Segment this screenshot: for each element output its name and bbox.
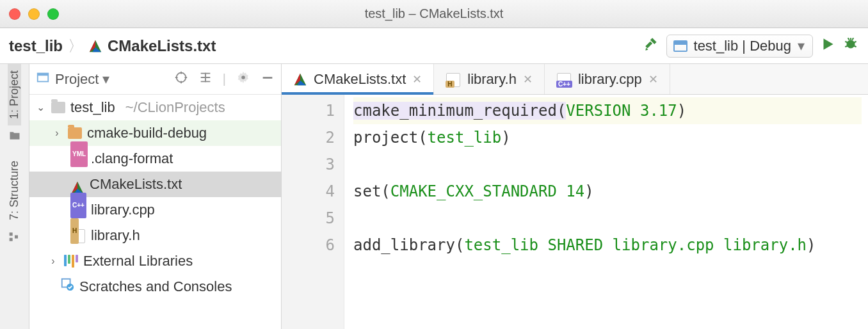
structure-icon — [8, 230, 21, 246]
tab-library-cpp[interactable]: C++ library.cpp ✕ — [545, 64, 670, 94]
tree-item-cmakelists[interactable]: CMakeLists.txt — [29, 172, 281, 197]
tree-item-clang-format[interactable]: YML .clang-format — [29, 146, 281, 172]
close-tab-button[interactable]: ✕ — [648, 72, 658, 86]
tree-item-label: library.cpp — [91, 197, 155, 223]
chevron-down-icon: ▾ — [102, 71, 109, 88]
tree-item-library-h[interactable]: H library.h — [29, 223, 281, 248]
line-number: 4 — [282, 178, 335, 205]
line-number: 6 — [282, 232, 335, 259]
tree-item-label: CMakeLists.txt — [90, 172, 182, 197]
project-view-label: Project — [55, 71, 99, 88]
folder-icon — [51, 102, 65, 113]
tree-item-label: library.h — [91, 223, 140, 248]
tree-root[interactable]: ⌄ test_lib ~/CLionProjects — [29, 95, 281, 120]
breadcrumb-file-label: CMakeLists.txt — [108, 37, 216, 55]
breadcrumb: test_lib 〉 CMakeLists.txt — [9, 36, 216, 56]
build-button[interactable] — [643, 36, 660, 56]
line-number: 5 — [282, 205, 335, 232]
breadcrumb-project-label: test_lib — [9, 37, 63, 55]
svg-rect-11 — [263, 77, 273, 79]
tab-library-h[interactable]: H library.h ✕ — [434, 64, 545, 94]
line-number: 3 — [282, 151, 335, 178]
breadcrumb-separator-icon: 〉 — [68, 36, 83, 56]
tree-root-path: ~/CLionProjects — [125, 95, 225, 120]
cpp-file-icon: C++ — [70, 202, 86, 218]
gutter: 1 2 3 4 5 6 — [282, 95, 344, 329]
project-view-icon — [36, 70, 50, 88]
window-title: test_lib – CMakeLists.txt — [0, 6, 868, 21]
tool-tab-structure[interactable]: 7: Structure — [8, 154, 21, 227]
tab-label: library.h — [467, 71, 517, 88]
svg-rect-8 — [38, 74, 49, 76]
svg-rect-5 — [9, 238, 12, 241]
tree-item-label: Scratches and Consoles — [79, 274, 232, 300]
window-controls — [9, 8, 59, 20]
chevron-down-icon: ▾ — [798, 38, 805, 54]
locate-button[interactable] — [174, 70, 188, 88]
svg-rect-4 — [9, 232, 12, 236]
tab-label: CMakeLists.txt — [314, 71, 406, 88]
code-content[interactable]: cmake_minimum_required(VERSION 3.17)proj… — [344, 95, 868, 329]
run-config-label: test_lib | Debug — [694, 38, 791, 54]
left-tool-strip: 1: Project 7: Structure — [0, 64, 29, 329]
breadcrumb-file[interactable]: CMakeLists.txt — [88, 37, 216, 55]
project-view-selector[interactable]: Project ▾ — [55, 71, 109, 88]
chevron-down-icon[interactable]: ⌄ — [35, 95, 46, 120]
line-number: 2 — [282, 124, 335, 151]
editor-area: CMakeLists.txt ✕ H library.h ✕ C++ libra… — [282, 64, 868, 329]
application-icon — [673, 40, 687, 52]
minimize-window-button[interactable] — [28, 8, 40, 20]
settings-button[interactable] — [236, 70, 250, 88]
close-window-button[interactable] — [9, 8, 20, 20]
tool-tab-project-label: 1: Project — [8, 70, 21, 119]
project-tree[interactable]: ⌄ test_lib ~/CLionProjects › cmake-build… — [29, 95, 281, 300]
navigation-bar: test_lib 〉 CMakeLists.txt test_lib | Deb… — [0, 28, 868, 64]
cmake-icon — [293, 72, 307, 86]
cmake-icon — [88, 39, 102, 53]
scratches-icon — [60, 274, 74, 300]
tool-tab-project[interactable]: 1: Project — [8, 64, 21, 125]
tree-item-library-cpp[interactable]: C++ library.cpp — [29, 197, 281, 223]
project-tool-header: Project ▾ | — [29, 64, 281, 95]
tree-item-label: cmake-build-debug — [87, 120, 207, 146]
tree-item-label: External Libraries — [83, 248, 193, 274]
folder-icon — [8, 129, 21, 145]
folder-icon — [68, 127, 82, 139]
chevron-right-icon[interactable]: › — [47, 248, 59, 274]
line-number: 1 — [282, 97, 335, 124]
tab-label: library.cpp — [578, 71, 642, 88]
tree-scratches[interactable]: Scratches and Consoles — [29, 274, 281, 300]
h-file-icon: H — [446, 72, 461, 87]
zoom-window-button[interactable] — [47, 8, 59, 20]
external-libraries-icon — [64, 255, 78, 268]
debug-button[interactable] — [842, 36, 859, 56]
project-tool-window: Project ▾ | ⌄ test_lib ~/CLionProjects › — [29, 64, 282, 329]
h-file-icon: H — [70, 228, 86, 243]
tab-cmakelists[interactable]: CMakeLists.txt ✕ — [282, 64, 434, 94]
close-tab-button[interactable]: ✕ — [412, 72, 422, 86]
tree-external-libraries[interactable]: › External Libraries — [29, 248, 281, 274]
tree-item-label: .clang-format — [91, 146, 173, 172]
close-tab-button[interactable]: ✕ — [523, 72, 533, 86]
editor-tabs: CMakeLists.txt ✕ H library.h ✕ C++ libra… — [282, 64, 868, 95]
cmake-icon — [70, 177, 84, 191]
titlebar: test_lib – CMakeLists.txt — [0, 0, 868, 28]
svg-point-9 — [176, 73, 186, 83]
tool-tab-structure-label: 7: Structure — [8, 161, 21, 220]
run-button[interactable] — [819, 36, 836, 56]
expand-all-button[interactable] — [198, 70, 213, 88]
svg-rect-6 — [15, 236, 18, 239]
chevron-right-icon[interactable]: › — [51, 120, 63, 146]
breadcrumb-project[interactable]: test_lib — [9, 37, 63, 55]
run-config-selector[interactable]: test_lib | Debug ▾ — [666, 35, 813, 58]
yml-file-icon: YML — [70, 151, 86, 166]
svg-point-3 — [847, 40, 855, 49]
tree-item-cmake-build-debug[interactable]: › cmake-build-debug — [29, 120, 281, 146]
cpp-file-icon: C++ — [556, 72, 572, 87]
code-editor[interactable]: 1 2 3 4 5 6 cmake_minimum_required(VERSI… — [282, 95, 868, 329]
tree-root-label: test_lib — [70, 95, 115, 120]
hide-button[interactable] — [261, 70, 275, 88]
